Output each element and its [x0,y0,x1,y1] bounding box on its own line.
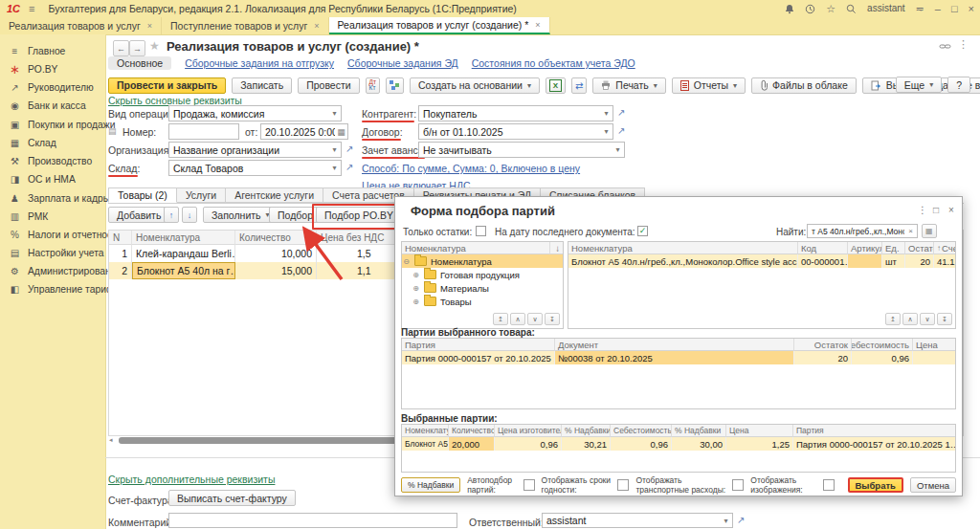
history-clock-icon[interactable] [805,4,815,14]
transport-checkbox[interactable] [732,479,744,491]
batches-header-cost[interactable]: Себестоимость [852,339,913,351]
more-button[interactable]: Еще▾ [896,77,942,93]
items-cell-unit[interactable]: шт [882,254,905,268]
open-warehouse-icon[interactable]: ↗ [345,162,353,172]
items-header-rest[interactable]: Остаток [905,242,934,254]
tree-item-root[interactable]: ⊖Номенклатура [402,254,563,268]
comment-field[interactable] [168,513,457,528]
counterparty-field[interactable]: Покупатель▾ [418,105,613,121]
main-menu-icon[interactable]: ≡ [29,3,34,14]
search-icon[interactable] [846,4,857,14]
find-settings-button[interactable]: ▦ [922,224,937,238]
goods-header-n[interactable]: N [109,231,132,245]
set-number-icon[interactable]: ▤ [108,126,117,136]
scroll-down-icon[interactable]: ∨ [527,313,543,325]
expand-icon[interactable]: ⊕ [412,271,420,279]
back-button[interactable]: ← [113,40,129,56]
items-cell-article[interactable] [848,254,882,268]
collapse-icon[interactable]: ⊖ [402,257,411,266]
print-button[interactable]: Печать▾ [592,77,665,94]
excel-export-button[interactable]: X [546,77,566,94]
dialog-close-icon[interactable]: × [948,205,954,215]
tree-item-goods[interactable]: ⊕Товары [402,295,564,308]
scroll-bottom-icon[interactable]: ↧ [545,313,560,325]
sidebar-item-bank[interactable]: ◉Банк и касса [0,97,105,115]
fill-button[interactable]: Заполнить▾ [203,207,278,223]
sidebar-item-production[interactable]: ⚒Производство [0,152,105,170]
reports-button[interactable]: Отчеты▾ [672,77,746,94]
maximize-icon[interactable]: □ [951,4,958,14]
warehouse-field[interactable]: Склад Товаров▾ [168,160,342,176]
dropdown-arrow-icon[interactable]: ▾ [600,127,612,136]
close-icon[interactable]: × [969,4,974,14]
dropdown-arrow-icon[interactable]: ▾ [600,109,612,118]
sidebar-item-accounting-settings[interactable]: ▤Настройки учета [0,244,105,262]
responsible-field[interactable]: assistant▾ [542,513,733,528]
open-organization-icon[interactable]: ↗ [345,143,353,154]
current-user[interactable]: assistant [867,4,904,13]
open-counterparty-icon[interactable]: ↗ [617,107,625,118]
selected-cell-price[interactable]: 1,25 [726,437,793,451]
cloud-files-button[interactable]: Файлы в облаке [751,77,857,94]
batches-cell-cost[interactable]: 0,96 [852,351,913,364]
goods-cell-n[interactable]: 2 [109,262,132,279]
tab-agent-services[interactable]: Агентские услуги [226,187,323,203]
tab-close-icon[interactable]: × [314,21,319,31]
sort-desc-icon[interactable]: ↓ [550,242,564,254]
dtkt-button[interactable]: ДтКт [366,77,380,94]
date-field[interactable]: 20.10.2025 0:00:00▦ [260,123,348,140]
subtab-assembly-shipment[interactable]: Сборочные задания на отгрузку [185,57,334,69]
selected-cell-cost[interactable]: 0,96 [611,437,672,451]
open-responsible-icon[interactable]: ↗ [737,515,745,525]
selected-cell-name[interactable]: Блокнот А5 40… [402,437,449,451]
get-link-icon[interactable] [939,41,951,54]
pick-button[interactable]: Подбор [269,207,322,223]
create-based-on-button[interactable]: Создать на основании▾ [410,77,540,94]
cancel-button[interactable]: Отмена [910,477,956,493]
selected-header-maker-price[interactable]: Цена изготовителя [495,425,562,437]
selected-header-qty[interactable]: Количество [449,425,495,437]
sidebar-item-tariff[interactable]: ◧Управление тарифом [0,280,105,298]
batches-cell-rest[interactable]: 20 [794,351,852,364]
sidebar-item-main[interactable]: ≡Главное [0,42,105,60]
selected-header-name[interactable]: Номенклатура [402,425,449,437]
operation-type-field[interactable]: Продажа, комиссия▾ [168,105,342,121]
expand-icon[interactable]: ⊕ [412,298,420,306]
settings-lines-icon[interactable]: ≂ [916,4,924,14]
items-header-code[interactable]: Код [798,242,848,254]
save-button[interactable]: Записать [232,77,292,94]
selected-header-maker-markup[interactable]: % Надбавки (изг.) [562,425,611,437]
more-menu-icon[interactable]: ⋮ [958,38,969,51]
dropdown-arrow-icon[interactable]: ▾ [720,517,732,525]
dropdown-arrow-icon[interactable]: ▾ [328,145,341,154]
selected-cell-maker-price[interactable]: 0,96 [495,437,562,451]
batches-header-batch[interactable]: Партия [402,339,555,351]
items-header-name[interactable]: Номенклатура [568,242,798,254]
tree-header[interactable]: Номенклатура [402,242,550,254]
favorite-star-icon[interactable]: ★ [149,39,160,53]
hscroll-left-arrow[interactable]: ◂ [109,436,113,444]
tree-item-finished[interactable]: ⊕Готовая продукция [402,268,564,281]
only-rest-checkbox[interactable] [476,226,486,236]
selected-cell-qty[interactable]: 20,000 [449,437,495,451]
dropdown-arrow-icon[interactable]: ▾ [328,164,341,172]
tab-services[interactable]: Услуги [177,187,226,203]
goods-cell-qty[interactable]: 10,000 [235,245,317,262]
subtab-edo-states[interactable]: Состояния по объектам учета ЭДО [472,57,635,69]
images-checkbox[interactable] [823,479,835,491]
add-row-button[interactable]: Добавить [108,207,169,223]
items-cell-account[interactable]: 41.1 [934,254,956,268]
selected-cell-batch[interactable]: Партия 0000-000157 от 20.10.2025 1… [793,437,956,451]
sidebar-item-rmk[interactable]: ▥РМК [0,208,105,226]
dropdown-arrow-icon[interactable]: ▾ [328,109,341,118]
window-tab-realization-new[interactable]: Реализация товаров и услуг (создание) * … [329,17,550,34]
goods-cell-name[interactable]: Клей-карандаш Berli… [132,245,235,262]
post-and-close-button[interactable]: Провести и закрыть [108,77,226,94]
scroll-down-icon[interactable]: ∨ [920,313,935,325]
calendar-icon[interactable]: ▦ [335,127,347,137]
contract-field[interactable]: б/н от 01.10.2025▾ [418,123,613,140]
post-button[interactable]: Провести [298,77,359,94]
favorites-star-icon[interactable]: ☆ [826,4,835,14]
batches-cell-doc[interactable]: №00038 от 20.10.2025 [555,351,794,364]
goods-cell-name[interactable]: Блокнот А5 40л на г… [132,262,235,279]
